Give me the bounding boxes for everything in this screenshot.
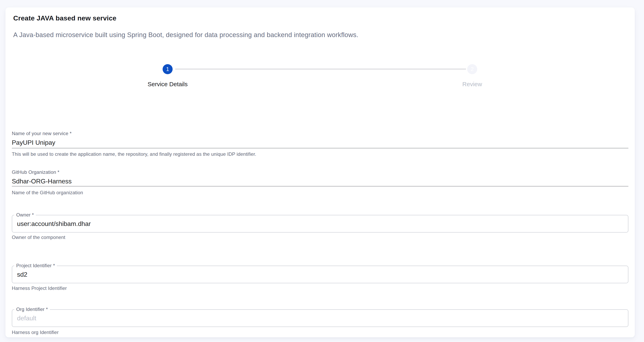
owner-helper: Owner of the component (12, 235, 612, 240)
step-2-circle-icon[interactable]: 2 (467, 64, 477, 74)
service-form-card: Create JAVA based new service A Java-bas… (6, 8, 635, 337)
stepper-connector (175, 69, 466, 69)
page-subtitle: A Java-based microservice built using Sp… (13, 31, 358, 39)
service-name-underline (12, 148, 628, 148)
step-2-label: Review (428, 81, 516, 88)
github-org-underline (12, 186, 628, 187)
github-org-label: GitHub Organization * (12, 169, 60, 175)
github-org-helper: Name of the GitHub organization (12, 190, 612, 196)
owner-label: Owner * (14, 212, 36, 218)
owner-input[interactable] (12, 215, 628, 232)
step-1-label: Service Details (124, 81, 212, 88)
owner-field-box (12, 215, 628, 233)
service-name-helper: This will be used to create the applicat… (12, 151, 612, 157)
page-background: Create JAVA based new service A Java-bas… (0, 0, 644, 342)
org-identifier-field-box (12, 309, 628, 327)
service-name-input[interactable] (12, 138, 628, 147)
project-identifier-input[interactable] (12, 266, 628, 283)
page-title: Create JAVA based new service (13, 14, 116, 22)
project-identifier-field-box (12, 266, 628, 283)
org-identifier-label: Org Identifier * (14, 307, 50, 312)
github-org-input[interactable] (12, 177, 628, 186)
org-identifier-input[interactable] (12, 310, 628, 326)
project-identifier-label: Project Identifier * (14, 263, 57, 268)
service-name-label: Name of your new service * (12, 131, 72, 136)
org-identifier-helper: Harness org Identifier (12, 329, 612, 335)
project-identifier-helper: Harness Project Identifier (12, 285, 612, 291)
step-1-circle-icon[interactable]: 1 (162, 64, 172, 74)
